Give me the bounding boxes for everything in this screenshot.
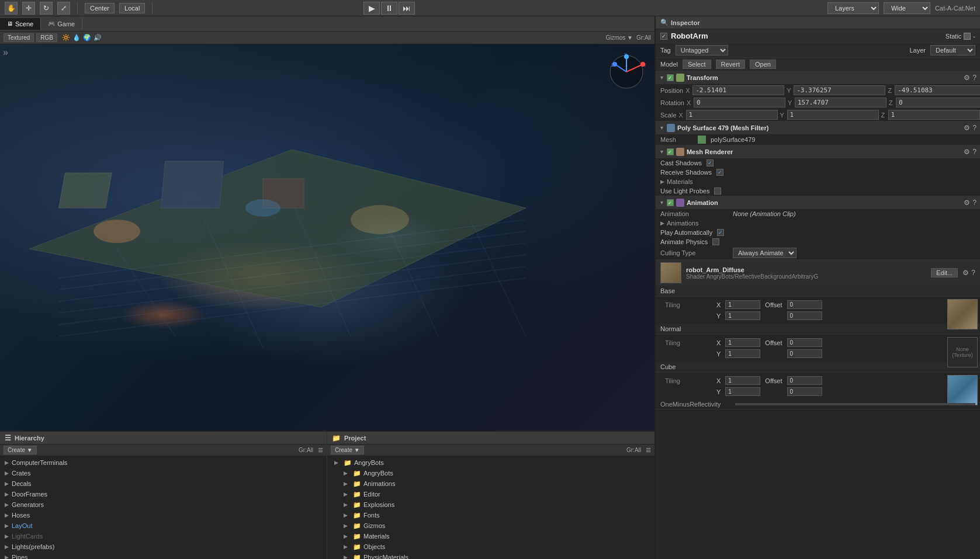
scale-tool-icon[interactable]: ⤢ (57, 2, 70, 15)
project-create-btn[interactable]: Create ▼ (331, 446, 364, 454)
normal-tiling-x-input[interactable] (725, 338, 760, 347)
tab-game[interactable]: 🎮 Game (41, 18, 82, 30)
step-button[interactable]: ⏭ (399, 2, 415, 15)
grall-label[interactable]: Gr:All (636, 34, 651, 41)
rotate-tool-icon[interactable]: ↻ (40, 2, 53, 15)
oneminus-slider[interactable] (735, 403, 975, 405)
transform-enable[interactable]: ✓ (667, 74, 674, 81)
cube-tiling-y-input[interactable] (725, 387, 760, 396)
tree-item-decals[interactable]: ▶ Decals (0, 478, 327, 489)
cube-tiling-x-input[interactable] (725, 376, 760, 385)
textured-button[interactable]: Textured (4, 33, 34, 42)
meshrenderer-settings-icon[interactable]: ⚙ (964, 148, 970, 156)
tree-item-doorframes[interactable]: ▶ DoorFrames (0, 489, 327, 499)
play-button[interactable]: ▶ (363, 2, 380, 15)
gameobject-enable-checkbox[interactable]: ✓ (660, 33, 667, 40)
tree-item-hoses[interactable]: ▶ Hoses (0, 510, 327, 520)
scale-z-input[interactable] (888, 110, 980, 120)
move-tool-icon[interactable]: ✛ (22, 2, 35, 15)
position-z-input[interactable] (895, 85, 980, 95)
castshadows-checkbox[interactable] (707, 159, 714, 166)
folder-objects[interactable]: ▶ 📁 Objects (327, 541, 655, 552)
normal-offset-y-input[interactable] (787, 349, 822, 358)
animation-help-icon[interactable]: ? (972, 199, 976, 207)
scale-y-input[interactable] (787, 110, 879, 120)
inspector-title: Inspector (671, 19, 700, 26)
normal-offset-x-input[interactable] (787, 338, 822, 347)
folder-fonts[interactable]: ▶ 📁 Fonts (327, 510, 655, 520)
layer-dropdown[interactable]: Default (930, 45, 975, 55)
static-checkbox[interactable] (964, 33, 971, 40)
select-button[interactable]: Select (683, 60, 711, 69)
project-panel-menu[interactable]: ☰ (646, 447, 651, 453)
uselightprobes-checkbox[interactable] (714, 188, 721, 195)
folder-materials[interactable]: ▶ 📁 Materials (327, 531, 655, 541)
folder-animations[interactable]: ▶ 📁 Animations (327, 478, 655, 489)
hand-tool-icon[interactable]: ✋ (5, 2, 18, 15)
transform-help-icon[interactable]: ? (972, 74, 976, 82)
animation-enable[interactable]: ✓ (667, 199, 674, 206)
rotation-y-input[interactable] (795, 98, 886, 107)
base-tiling-x-input[interactable] (725, 300, 760, 309)
folder-physicmaterials[interactable]: ▶ 📁 PhysicMaterials (327, 552, 655, 559)
folder-gizmos[interactable]: ▶ 📁 Gizmos (327, 520, 655, 531)
tag-dropdown[interactable]: Untagged (676, 45, 728, 55)
revert-button[interactable]: Revert (716, 60, 745, 69)
animatephysics-checkbox[interactable] (712, 238, 719, 245)
base-offset-y-input[interactable] (787, 311, 822, 320)
gizmos-label[interactable]: Gizmos ▼ (605, 34, 633, 41)
animation-settings-icon[interactable]: ⚙ (964, 199, 970, 207)
scene-viewport[interactable]: » Y X (0, 44, 655, 430)
meshfilter-header[interactable]: ▼ Poly Surface 479 (Mesh Filter) ⚙ ? (656, 121, 980, 134)
rgb-button[interactable]: RGB (36, 33, 57, 42)
folder-angrybots-2[interactable]: ▶ 📁 AngryBots (327, 468, 655, 478)
meshfilter-help-icon[interactable]: ? (972, 124, 976, 132)
tree-item-generators[interactable]: ▶ Generators (0, 499, 327, 510)
rotation-z-field: Z (889, 98, 980, 107)
receiveshadows-checkbox[interactable] (716, 169, 723, 176)
layout-dropdown[interactable]: Wide (884, 2, 930, 14)
playauto-checkbox[interactable] (717, 229, 724, 236)
hierarchy-create-btn[interactable]: Create ▼ (4, 446, 37, 454)
base-offset-x-input[interactable] (787, 300, 822, 309)
open-button[interactable]: Open (750, 60, 776, 69)
transform-header[interactable]: ▼ ✓ Transform ⚙ ? (656, 71, 980, 84)
meshrenderer-help-icon[interactable]: ? (972, 148, 976, 156)
collapse-button[interactable]: » (3, 47, 8, 58)
folder-explosions[interactable]: ▶ 📁 Explosions (327, 499, 655, 510)
animation-header[interactable]: ▼ ✓ Animation ⚙ ? (656, 196, 980, 209)
scale-x-field: X (679, 110, 778, 120)
center-toggle[interactable]: Center (85, 3, 115, 13)
meshrenderer-header[interactable]: ▼ ✓ Mesh Renderer ⚙ ? (656, 145, 980, 158)
pause-button[interactable]: ⏸ (381, 2, 397, 15)
cube-offset-x-input[interactable] (787, 376, 822, 385)
tree-item-crates[interactable]: ▶ Crates (0, 468, 327, 478)
position-x-input[interactable] (692, 85, 784, 95)
tree-item-layout[interactable]: ▶ LayOut (0, 520, 327, 531)
rotation-x-input[interactable] (694, 98, 785, 107)
tab-scene[interactable]: 🖥 Scene (0, 18, 41, 30)
material-help-icon[interactable]: ? (971, 269, 975, 277)
tree-item-lightsprefabs[interactable]: ▶ Lights(prefabs) (0, 541, 327, 552)
cullingtype-dropdown[interactable]: Always Animate (733, 248, 797, 258)
local-toggle[interactable]: Local (119, 3, 145, 13)
rotation-z-input[interactable] (896, 98, 980, 107)
cube-offset-y-input[interactable] (787, 387, 822, 396)
meshrenderer-enable[interactable]: ✓ (667, 148, 674, 155)
layers-dropdown[interactable]: Layers (827, 2, 879, 14)
tree-item-lightcards[interactable]: ▶ LightCards (0, 531, 327, 541)
hierarchy-panel-menu[interactable]: ☰ (318, 447, 323, 453)
folder-angrybots-1[interactable]: ▶ 📁 AngryBots (327, 457, 655, 468)
position-y-input[interactable] (794, 85, 885, 95)
tree-item-pipes[interactable]: ▶ Pipes (0, 552, 327, 559)
transform-settings-icon[interactable]: ⚙ (964, 74, 970, 82)
normal-tiling-y-input[interactable] (725, 349, 760, 358)
base-tiling-y-input[interactable] (725, 311, 760, 320)
folder-editor[interactable]: ▶ 📁 Editor (327, 489, 655, 499)
meshfilter-settings-icon[interactable]: ⚙ (964, 124, 970, 132)
scale-x-input[interactable] (686, 110, 778, 120)
tree-item-computertermnals[interactable]: ▶ ComputerTerminals (0, 457, 327, 468)
material-edit-btn[interactable]: Edit... (931, 268, 958, 277)
material-settings-icon[interactable]: ⚙ (962, 269, 969, 277)
cube-offset-label: Offset (765, 377, 782, 384)
